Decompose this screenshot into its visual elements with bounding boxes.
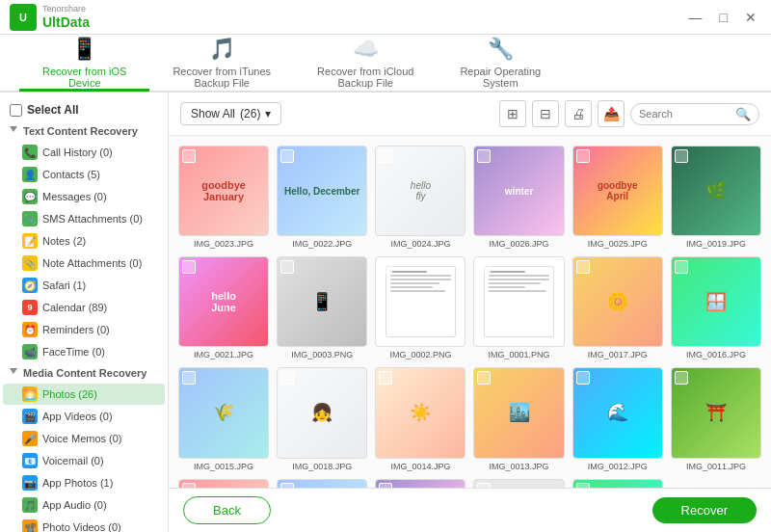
sidebar-item-reminders[interactable]: ⏰ Reminders (0) xyxy=(3,319,165,340)
select-checkbox[interactable] xyxy=(477,483,491,488)
sidebar-item-photos[interactable]: 🌅 Photos (26) xyxy=(3,384,165,405)
sidebar-item-app-audio[interactable]: 🎵 App Audio (0) xyxy=(3,494,165,516)
list-item[interactable]: helloJune IMG_0021.JPG xyxy=(178,256,269,359)
image-thumb[interactable]: Hello, December xyxy=(277,146,367,236)
search-icon[interactable]: 🔍 xyxy=(735,107,751,121)
image-thumb[interactable]: winter xyxy=(473,146,564,236)
sidebar-item-voice-memos[interactable]: 🎤 Voice Memos (0) xyxy=(3,428,165,449)
image-thumb[interactable]: Good night xyxy=(572,479,663,488)
list-item[interactable]: goodbyeApril IMG_0025.JPG xyxy=(572,146,663,249)
select-checkbox[interactable] xyxy=(280,371,294,385)
select-checkbox[interactable] xyxy=(477,371,491,385)
recover-button[interactable]: Recover xyxy=(652,497,757,523)
select-checkbox[interactable] xyxy=(379,371,392,385)
image-thumb[interactable]: 📱 xyxy=(277,256,367,347)
sidebar-item-app-photos[interactable]: 📷 App Photos (1) xyxy=(3,472,165,493)
sidebar-item-call-history[interactable]: 📞 Call History (0) xyxy=(3,142,165,163)
minimize-button[interactable]: — xyxy=(684,8,707,27)
list-item[interactable]: 🌼 IMG_0017.JPG xyxy=(572,256,663,359)
sidebar-item-contacts[interactable]: 👤 Contacts (5) xyxy=(3,164,165,185)
image-thumb[interactable]: 🌊 xyxy=(572,367,663,458)
list-item[interactable]: goodbyeJanuary IMG_0023.JPG xyxy=(178,146,269,249)
select-checkbox[interactable] xyxy=(379,483,392,488)
image-thumb[interactable]: goodbyeJanuary xyxy=(178,146,269,236)
search-box[interactable]: 🔍 xyxy=(630,103,759,125)
sidebar-item-safari[interactable]: 🧭 Safari (1) xyxy=(3,275,165,296)
sidebar-item-photo-videos[interactable]: 📽️ Photo Videos (0) xyxy=(3,517,165,532)
list-item[interactable]: 🏙️ IMG_0013.JPG xyxy=(473,367,564,470)
select-checkbox[interactable] xyxy=(280,260,294,274)
print-button[interactable]: 🖨 xyxy=(565,100,592,127)
select-checkbox[interactable] xyxy=(576,371,590,385)
list-item[interactable]: 🌊 IMG_0012.JPG xyxy=(572,367,663,470)
select-all-checkbox[interactable] xyxy=(10,104,22,117)
image-thumb[interactable]: 👧 xyxy=(277,367,367,458)
select-checkbox[interactable] xyxy=(182,371,196,385)
select-all[interactable]: Select All xyxy=(0,98,168,121)
list-item[interactable]: 🌳 xyxy=(277,479,367,488)
list-item[interactable]: 🌿 IMG_0019.JPG xyxy=(671,146,761,249)
export-button[interactable]: 📤 xyxy=(598,100,625,127)
image-thumb[interactable]: helloJune xyxy=(178,256,269,347)
image-thumb[interactable]: ☀️ xyxy=(375,367,465,458)
select-checkbox[interactable] xyxy=(280,149,294,163)
image-thumb[interactable] xyxy=(473,256,564,347)
section-toggle-text[interactable] xyxy=(10,126,17,136)
select-checkbox[interactable] xyxy=(675,149,688,163)
list-item[interactable]: hellofly IMG_0024.JPG xyxy=(375,146,465,249)
list-item[interactable]: 📱 IMG_0003.PNG xyxy=(277,256,367,359)
list-item[interactable]: 🌅 xyxy=(178,479,269,488)
select-checkbox[interactable] xyxy=(675,371,688,385)
select-checkbox[interactable] xyxy=(477,149,491,163)
list-item[interactable]: 🪟 IMG_0016.JPG xyxy=(671,256,761,359)
list-item[interactable]: IMG_0001.PNG xyxy=(473,256,564,359)
show-all-button[interactable]: Show All (26) ▾ xyxy=(180,102,281,125)
image-thumb[interactable]: 🏙️ xyxy=(473,367,564,458)
window-controls[interactable]: — □ ✕ xyxy=(684,8,761,27)
tab-icloud[interactable]: ☁️ Recover from iCloudBackup File xyxy=(294,36,437,92)
tab-itunes[interactable]: 🎵 Recover from iTunesBackup File xyxy=(149,36,294,92)
list-item[interactable]: Hello, December IMG_0022.JPG xyxy=(277,146,367,249)
image-thumb[interactable] xyxy=(473,479,564,488)
list-item[interactable]: Good night xyxy=(572,479,663,488)
sidebar-item-notes[interactable]: 📝 Notes (2) xyxy=(3,230,165,252)
select-checkbox[interactable] xyxy=(379,260,392,274)
list-item[interactable]: winter IMG_0026.JPG xyxy=(473,146,564,249)
select-checkbox[interactable] xyxy=(477,260,491,274)
maximize-button[interactable]: □ xyxy=(715,8,732,27)
image-thumb[interactable] xyxy=(375,256,465,347)
image-thumb[interactable]: 🌳 xyxy=(277,479,367,488)
select-checkbox[interactable] xyxy=(182,149,196,163)
select-checkbox[interactable] xyxy=(280,483,294,488)
select-checkbox[interactable] xyxy=(675,260,688,274)
sidebar-item-sms-attachments[interactable]: 📎 SMS Attachments (0) xyxy=(3,208,165,229)
tab-ios[interactable]: 📱 Recover from iOSDevice xyxy=(19,36,149,92)
view-grid-small-button[interactable]: ⊞ xyxy=(499,100,526,127)
sidebar-item-app-videos[interactable]: 🎬 App Videos (0) xyxy=(3,406,165,427)
sidebar-item-calendar[interactable]: 9 Calendar (89) xyxy=(3,297,165,318)
sidebar-item-messages[interactable]: 💬 Messages (0) xyxy=(3,186,165,207)
select-checkbox[interactable] xyxy=(576,483,590,488)
image-thumb[interactable]: 🌸 xyxy=(375,479,465,488)
select-checkbox[interactable] xyxy=(182,483,196,488)
sidebar-item-facetime[interactable]: 📹 FaceTime (0) xyxy=(3,341,165,362)
sidebar-item-note-attachments[interactable]: 📎 Note Attachments (0) xyxy=(3,253,165,274)
tab-repair[interactable]: 🔧 Repair OperatingSystem xyxy=(437,36,564,92)
search-input[interactable] xyxy=(639,108,735,120)
close-button[interactable]: ✕ xyxy=(740,8,761,27)
section-toggle-media[interactable] xyxy=(10,368,17,378)
image-thumb[interactable]: 🌿 xyxy=(671,146,761,236)
list-item[interactable] xyxy=(473,479,564,488)
list-item[interactable]: ☀️ IMG_0014.JPG xyxy=(375,367,465,470)
list-item[interactable]: IMG_0002.PNG xyxy=(375,256,465,359)
image-thumb[interactable]: ⛩️ xyxy=(671,367,761,458)
image-thumb[interactable]: 🪟 xyxy=(671,256,761,347)
select-checkbox[interactable] xyxy=(576,149,590,163)
list-item[interactable]: 🌸 xyxy=(375,479,465,488)
image-thumb[interactable]: 🌼 xyxy=(572,256,663,347)
image-thumb[interactable]: goodbyeApril xyxy=(572,146,663,236)
select-checkbox[interactable] xyxy=(576,260,590,274)
select-checkbox[interactable] xyxy=(379,149,392,163)
list-item[interactable]: ⛩️ IMG_0011.JPG xyxy=(671,367,761,470)
list-item[interactable]: 🌾 IMG_0015.JPG xyxy=(178,367,269,470)
